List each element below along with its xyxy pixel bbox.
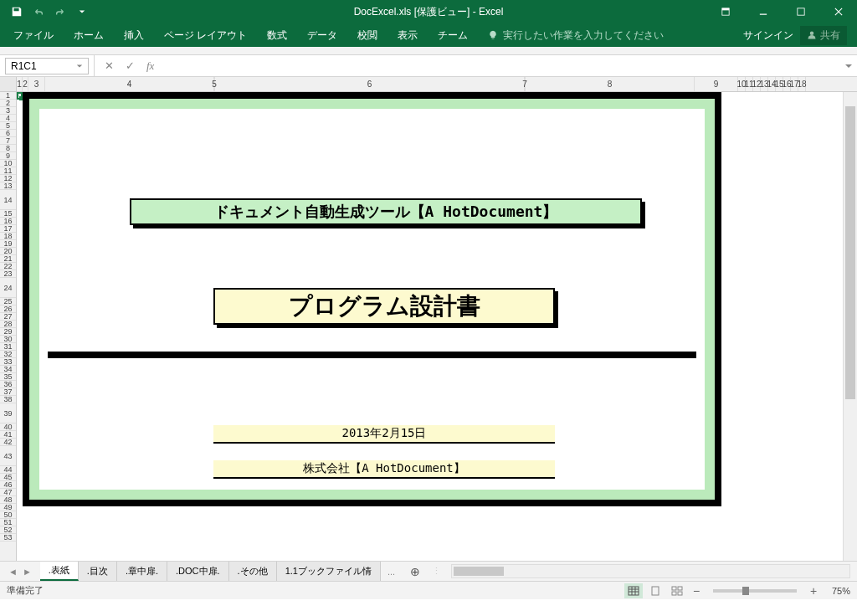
tell-me-placeholder: 実行したい作業を入力してください [503,28,664,43]
cover-border: ドキュメント自動生成ツール【A HotDocument】 プログラム設計書 20… [29,99,715,500]
sheet-tab[interactable]: .表紙 [40,562,79,581]
tab-review[interactable]: 校閲 [347,23,387,47]
maximize-button[interactable] [782,0,819,23]
svg-rect-1 [721,8,728,11]
row-header[interactable]: 13 [0,182,16,190]
sheet-content[interactable]: ドキュメント自動生成ツール【A HotDocument】 プログラム設計書 20… [17,92,843,561]
minimize-button[interactable] [744,0,782,23]
grid-container: 1234567891011121314151617181920212223242… [0,92,857,561]
svg-rect-13 [672,592,676,595]
view-pagelayout-button[interactable] [646,583,665,598]
column-header[interactable]: 4 [45,77,214,91]
row-header[interactable]: 43 [0,446,16,466]
redo-button[interactable] [50,2,70,22]
cell-selection [17,92,23,100]
save-button[interactable] [7,2,27,22]
qat-customize[interactable] [72,2,92,22]
cover-date: 2013年2月15日 [213,425,555,444]
cover-tool-title: ドキュメント自動生成ツール【A HotDocument】 [130,198,642,225]
view-pagebreak-button[interactable] [668,583,686,598]
tab-data[interactable]: データ [297,23,347,47]
row-header[interactable]: 24 [0,278,16,298]
cover-page: ドキュメント自動生成ツール【A HotDocument】 プログラム設計書 20… [23,92,721,506]
ribbon-right-actions: サインイン 共有 [743,26,854,45]
column-header[interactable]: 3 [28,77,45,91]
svg-point-4 [810,32,814,36]
svg-rect-2 [759,14,766,15]
horizontal-scrollbar[interactable] [451,564,850,578]
cancel-formula-button[interactable]: ✕ [101,59,117,72]
sheet-nav: ◄ ► [0,567,40,577]
view-normal-button[interactable] [624,583,643,598]
svg-rect-10 [652,587,659,595]
column-header-container: 123456789101112131415161718 [17,77,857,91]
statusbar: 準備完了 − + 75% [0,581,857,599]
tab-team[interactable]: チーム [428,23,478,47]
svg-rect-12 [678,587,682,590]
lightbulb-icon [488,30,498,40]
sheet-tab[interactable]: .その他 [229,562,277,581]
column-header[interactable]: 9 [695,77,738,91]
zoom-in-button[interactable]: + [807,584,820,598]
tab-view[interactable]: 表示 [387,23,428,47]
sheet-nav-prev[interactable]: ◄ [7,567,19,577]
sheet-tab[interactable]: .章中扉. [117,562,167,581]
select-all-corner[interactable] [0,77,17,91]
formula-expand-button[interactable] [840,62,857,70]
tab-formulas[interactable]: 数式 [257,23,297,47]
row-header[interactable]: 14 [0,190,16,210]
row-header[interactable]: 38 [0,396,16,403]
column-header[interactable]: 6 [215,77,525,91]
svg-rect-11 [672,587,676,590]
status-right: − + 75% [624,583,850,598]
row-header[interactable]: 53 [0,534,16,542]
tab-pagelayout[interactable]: ページ レイアウト [154,23,257,47]
row-header[interactable]: 23 [0,270,16,278]
sheet-nav-next[interactable]: ► [21,567,33,577]
vertical-scrollbar[interactable] [843,92,857,561]
svg-rect-5 [629,587,639,595]
svg-rect-3 [797,8,803,15]
sheet-tabs-more[interactable]: ... [381,567,402,577]
status-ready: 準備完了 [7,584,44,597]
close-button[interactable] [819,0,857,23]
column-header[interactable]: 1 [17,77,23,91]
name-box-value: R1C1 [11,60,37,72]
formula-buttons: ✕ ✓ fx [94,55,164,76]
row-headers: 1234567891011121314151617181920212223242… [0,92,17,561]
chevron-down-icon [76,63,83,69]
quick-access-toolbar [0,2,92,22]
svg-rect-14 [678,592,682,595]
column-header[interactable]: 2 [23,77,28,91]
vscroll-thumb[interactable] [845,106,855,399]
formula-bar-row: R1C1 ✕ ✓ fx [0,55,857,77]
zoom-slider[interactable] [713,589,797,593]
vscroll-track[interactable] [844,106,857,547]
hscroll-thumb[interactable] [454,567,504,576]
column-header[interactable]: 18 [798,77,806,91]
undo-button[interactable] [28,2,49,22]
sheet-tab[interactable]: 1.1ブックファイル情 [277,562,381,581]
sheet-tab[interactable]: .目次 [79,562,117,581]
tell-me-search[interactable]: 実行したい作業を入力してください [478,28,664,43]
column-header[interactable]: 8 [526,77,695,91]
zoom-out-button[interactable]: − [690,584,703,598]
enter-formula-button[interactable]: ✓ [122,59,138,72]
formula-input[interactable] [164,58,840,74]
signin-link[interactable]: サインイン [743,28,793,43]
chevron-down-icon [844,62,853,70]
row-header[interactable]: 39 [0,403,16,424]
name-box[interactable]: R1C1 [5,58,89,74]
tab-home[interactable]: ホーム [64,23,114,47]
sheet-tab-bar: ◄ ► .表紙.目次.章中扉..DOC中扉..その他1.1ブックファイル情 ..… [0,561,857,581]
row-header[interactable]: 42 [0,439,16,446]
new-sheet-button[interactable]: ⊕ [402,565,428,578]
share-button[interactable]: 共有 [800,26,847,45]
tab-file[interactable]: ファイル [3,23,64,47]
ribbon-tabs: ファイル ホーム 挿入 ページ レイアウト 数式 データ 校閲 表示 チーム 実… [0,23,857,47]
ribbon-display-button[interactable] [706,0,744,23]
tab-insert[interactable]: 挿入 [114,23,154,47]
sheet-tab[interactable]: .DOC中扉. [167,562,229,581]
zoom-thumb[interactable] [742,587,749,595]
fx-button[interactable]: fx [143,59,157,73]
